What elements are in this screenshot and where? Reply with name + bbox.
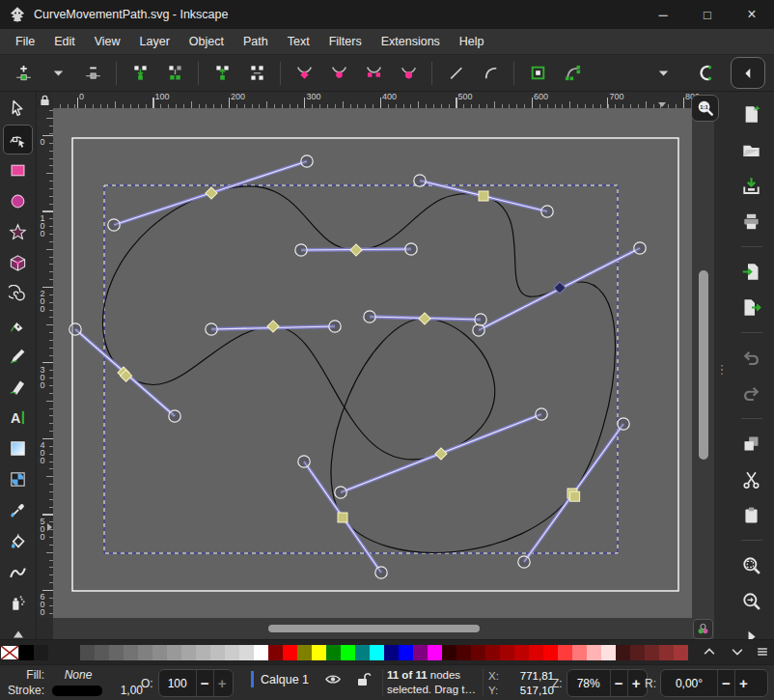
palette-swatch[interactable] <box>34 645 48 660</box>
rotation-increase-button[interactable]: + <box>734 670 752 696</box>
insert-dropdown-button[interactable] <box>44 60 71 87</box>
snap-toggle-button[interactable] <box>692 60 719 87</box>
palette-swatch[interactable] <box>659 645 674 660</box>
menu-filters[interactable]: Filters <box>319 29 372 54</box>
handle-endpoint[interactable] <box>364 311 375 322</box>
import-button[interactable] <box>739 259 764 284</box>
node-cusp-button[interactable] <box>290 60 318 87</box>
pencil-tool[interactable] <box>4 342 32 370</box>
palette-swatch[interactable] <box>500 645 514 660</box>
palette-swatch[interactable] <box>428 645 442 660</box>
palette-swatch[interactable] <box>95 645 109 660</box>
quick-zoom-button[interactable]: 1:1 <box>691 95 719 122</box>
redo-button[interactable] <box>739 380 764 406</box>
node-tool[interactable] <box>4 126 32 154</box>
stroke-color-swatch[interactable] <box>52 686 102 696</box>
handle-endpoint[interactable] <box>301 155 313 167</box>
close-button[interactable]: × <box>730 0 774 29</box>
opacity-value[interactable]: 100 <box>159 677 196 690</box>
spray-tool[interactable] <box>4 589 32 617</box>
palette-swatch[interactable] <box>312 645 326 660</box>
palette-swatch[interactable] <box>456 645 471 660</box>
palette-scroll-up-button[interactable] <box>699 642 720 661</box>
palette-swatch[interactable] <box>196 645 210 660</box>
layer-lock-toggle[interactable] <box>355 672 372 686</box>
palette-swatch[interactable] <box>124 645 138 660</box>
handle-endpoint[interactable] <box>335 487 346 498</box>
palette-swatch[interactable] <box>370 645 384 660</box>
handle-endpoint[interactable] <box>405 243 417 255</box>
palette-swatch[interactable] <box>558 645 572 660</box>
palette-swatch[interactable] <box>674 645 688 660</box>
undo-button[interactable] <box>739 345 764 370</box>
panel-resize-handle[interactable]: ⋮ <box>715 350 729 389</box>
segment-curve-button[interactable] <box>477 60 504 87</box>
opacity-spinner[interactable]: 100 − + <box>158 669 234 697</box>
handle-endpoint[interactable] <box>206 323 217 335</box>
zoom-spinner[interactable]: 78% − + <box>567 669 648 697</box>
paste-button[interactable] <box>739 502 764 527</box>
palette-swatch[interactable] <box>167 645 181 660</box>
path-node-square[interactable] <box>479 191 488 201</box>
handle-endpoint[interactable] <box>414 175 426 186</box>
horizontal-ruler[interactable]: 0100200300400500600700800 <box>53 92 692 108</box>
menu-layer[interactable]: Layer <box>130 29 180 54</box>
menu-path[interactable]: Path <box>234 29 278 54</box>
print-button[interactable] <box>739 209 764 234</box>
zoom-drawing-button[interactable] <box>739 588 764 613</box>
palette-swatch[interactable] <box>572 645 587 660</box>
path-node-diamond[interactable] <box>419 313 430 324</box>
palette-swatch[interactable] <box>399 645 413 660</box>
menu-file[interactable]: File <box>6 29 44 54</box>
palette-swatch[interactable] <box>601 645 616 660</box>
gradient-tool[interactable] <box>4 434 32 462</box>
bucket-tool[interactable] <box>4 527 32 555</box>
segment-line-button[interactable] <box>442 60 469 87</box>
palette-swatch[interactable] <box>645 645 659 660</box>
palette-swatch[interactable] <box>66 645 80 660</box>
ellipse-tool[interactable] <box>4 187 32 215</box>
insert-node-button[interactable] <box>10 60 37 87</box>
palette-swatch[interactable] <box>529 645 543 660</box>
maximize-button[interactable]: □ <box>685 0 730 29</box>
stroke-to-path-button[interactable] <box>559 60 586 87</box>
spiral-tool[interactable] <box>4 280 32 308</box>
handle-endpoint[interactable] <box>375 567 387 578</box>
palette-swatch[interactable] <box>225 645 239 660</box>
delete-segment-button[interactable] <box>243 60 270 87</box>
vertical-ruler[interactable]: 0100200300400500600 <box>37 108 53 618</box>
palette-swatch[interactable] <box>268 645 283 660</box>
handle-endpoint[interactable] <box>536 408 547 420</box>
join-nodes-button[interactable] <box>126 60 153 87</box>
collapse-panel-button[interactable] <box>731 57 765 89</box>
tweak-tool[interactable] <box>4 558 32 586</box>
handle-endpoint[interactable] <box>618 418 629 430</box>
palette-swatch[interactable] <box>514 645 529 660</box>
palette-swatch[interactable] <box>109 645 124 660</box>
fill-stroke-indicator[interactable]: Fill: None Stroke: 1,00 <box>2 667 143 698</box>
zoom-selection-button[interactable] <box>739 552 764 577</box>
opacity-increase-button[interactable]: + <box>213 670 231 696</box>
calligraphy-tool[interactable] <box>4 373 32 401</box>
palette-swatch[interactable] <box>355 645 370 660</box>
rotation-value[interactable]: 0,00° <box>661 677 717 690</box>
node-symmetric-button[interactable] <box>360 60 387 87</box>
handle-endpoint[interactable] <box>169 410 180 422</box>
palette-swatch[interactable] <box>181 645 196 660</box>
palette-swatch[interactable] <box>471 645 485 660</box>
save-button[interactable] <box>739 173 764 198</box>
join-segment-button[interactable] <box>161 60 188 87</box>
doc-new-button[interactable] <box>739 101 764 126</box>
palette-swatch[interactable] <box>152 645 167 660</box>
palette-swatch[interactable] <box>442 645 456 660</box>
box3d-tool[interactable] <box>4 249 32 277</box>
palette-swatch[interactable] <box>254 645 268 660</box>
menu-extensions[interactable]: Extensions <box>372 29 450 54</box>
selection-rect[interactable] <box>104 185 618 553</box>
handle-endpoint[interactable] <box>298 456 310 467</box>
horizontal-scrollbar[interactable] <box>53 618 692 639</box>
vertical-scrollbar[interactable] <box>692 108 714 618</box>
handle-endpoint[interactable] <box>69 323 81 335</box>
selector-tool[interactable] <box>4 95 32 123</box>
zoom-increase-button[interactable]: + <box>627 670 645 696</box>
